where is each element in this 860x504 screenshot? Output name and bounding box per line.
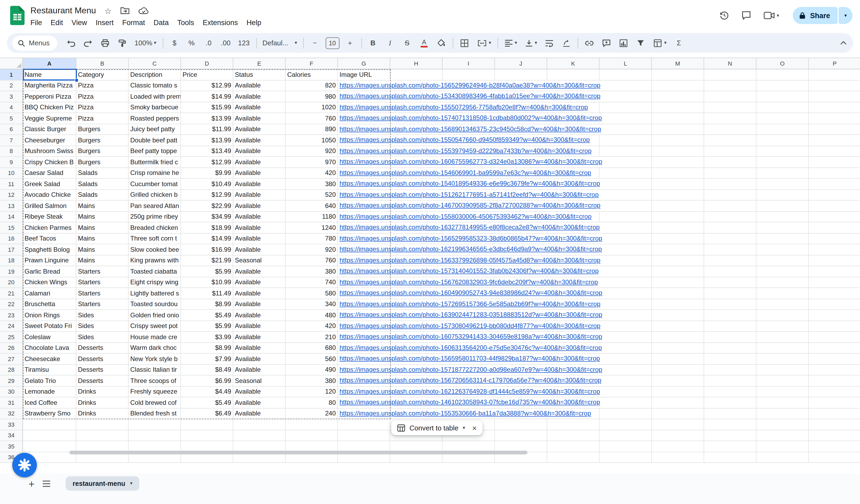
cell-K1[interactable] <box>547 69 600 80</box>
cell-M2[interactable] <box>652 80 704 91</box>
cell-E16[interactable]: Available <box>233 233 286 244</box>
cell-C20[interactable]: Eight crispy wing <box>129 277 181 288</box>
meet-video-icon[interactable]: ▾ <box>763 11 779 20</box>
cell-L5[interactable] <box>600 113 652 124</box>
cell-C24[interactable]: Crispy sweet pot <box>129 321 181 332</box>
cell-N8[interactable] <box>704 146 757 157</box>
row-header-32[interactable]: 32 <box>0 408 23 419</box>
cell-D12[interactable]: $12.99 <box>181 190 233 201</box>
cell-P7[interactable] <box>809 135 860 146</box>
cell-O24[interactable] <box>757 321 809 332</box>
row-header-18[interactable]: 18 <box>0 255 23 266</box>
cell-N1[interactable] <box>704 69 757 80</box>
sheet-tab-restaurant-menu[interactable]: restaurant-menu ▾ <box>66 476 139 491</box>
cell-M6[interactable] <box>652 124 704 135</box>
cell-D25[interactable]: $3.99 <box>181 332 233 343</box>
cell-B28[interactable]: Desserts <box>76 365 129 375</box>
cell-P32[interactable] <box>809 408 860 419</box>
star-icon[interactable]: ☆ <box>104 7 112 15</box>
cell-G21[interactable]: https://images.unsplash.com/photo-160490… <box>338 288 390 299</box>
cell-O30[interactable] <box>757 386 809 397</box>
cell-N15[interactable] <box>704 222 757 233</box>
cell-H1[interactable] <box>390 69 443 80</box>
number-format-button[interactable]: 123 <box>236 36 251 50</box>
cell-L25[interactable] <box>600 332 652 343</box>
cell-E2[interactable]: Available <box>233 80 286 91</box>
cell-G30[interactable]: https://images.unsplash.com/photo-162126… <box>338 386 390 397</box>
cell-P27[interactable] <box>809 354 860 365</box>
cell-M11[interactable] <box>652 179 704 190</box>
cell-D13[interactable]: $22.99 <box>181 201 233 211</box>
row-header-30[interactable]: 30 <box>0 386 23 397</box>
menu-extensions[interactable]: Extensions <box>198 18 242 28</box>
cell-M12[interactable] <box>652 190 704 201</box>
cell-F15[interactable]: 1240 <box>286 222 338 233</box>
row-header-12[interactable]: 12 <box>0 190 23 201</box>
cell-O9[interactable] <box>757 157 809 168</box>
cell-I1[interactable] <box>443 69 495 80</box>
cell-D18[interactable]: $21.99 <box>181 255 233 266</box>
cell-A31[interactable]: Iced Coffee <box>23 397 76 408</box>
cell-F5[interactable]: 760 <box>286 113 338 124</box>
paint-format-button[interactable] <box>116 36 129 50</box>
cell-N30[interactable] <box>704 386 757 397</box>
cell-M30[interactable] <box>652 386 704 397</box>
cell-M24[interactable] <box>652 321 704 332</box>
cell-E19[interactable]: Available <box>233 266 286 277</box>
cell-L17[interactable] <box>600 244 652 255</box>
cell-D8[interactable]: $13.49 <box>181 146 233 157</box>
cell-M7[interactable] <box>652 135 704 146</box>
cell-P1[interactable] <box>809 69 860 80</box>
cell-E11[interactable]: Available <box>233 179 286 190</box>
cell-O32[interactable] <box>757 408 809 419</box>
cell-B16[interactable]: Mains <box>76 233 129 244</box>
cell-D28[interactable]: $8.49 <box>181 365 233 375</box>
image-url-link[interactable]: https://images.unsplash.com/photo-156720… <box>340 376 603 386</box>
cell-D15[interactable]: $18.99 <box>181 222 233 233</box>
cell-G16[interactable]: https://images.unsplash.com/photo-156529… <box>338 233 390 244</box>
cell-E10[interactable]: Available <box>233 168 286 179</box>
cell-C11[interactable]: Cucumber tomat <box>129 179 181 190</box>
cell-M3[interactable] <box>652 91 704 102</box>
cell-P12[interactable] <box>809 190 860 201</box>
cell-G4[interactable]: https://images.unsplash.com/photo-155507… <box>338 102 390 113</box>
image-url-link[interactable]: https://images.unsplash.com/photo-160675… <box>340 157 604 167</box>
cell-C25[interactable]: House made cre <box>129 332 181 343</box>
row-header-29[interactable]: 29 <box>0 375 23 386</box>
cell-D24[interactable]: $5.99 <box>181 321 233 332</box>
cell-N5[interactable] <box>704 113 757 124</box>
cell-L7[interactable] <box>600 135 652 146</box>
cell-A2[interactable]: Margherita Pizza <box>23 80 76 91</box>
cell-E5[interactable]: Available <box>233 113 286 124</box>
sheets-logo-icon[interactable] <box>10 6 25 25</box>
cell-B23[interactable]: Sides <box>76 310 129 321</box>
image-url-link[interactable]: https://images.unsplash.com/photo-146700… <box>340 201 602 211</box>
cell-D5[interactable]: $13.99 <box>181 113 233 124</box>
row-header-24[interactable]: 24 <box>0 321 23 332</box>
cell-O1[interactable] <box>757 69 809 80</box>
cell-G18[interactable]: https://images.unsplash.com/photo-156337… <box>338 255 390 266</box>
cell-B19[interactable]: Starters <box>76 266 129 277</box>
cell-B18[interactable]: Mains <box>76 255 129 266</box>
cell-G8[interactable]: https://images.unsplash.com/photo-155397… <box>338 146 390 157</box>
cell-F13[interactable]: 640 <box>286 201 338 211</box>
cell-C9[interactable]: Buttermilk fried c <box>129 157 181 168</box>
cell-C34[interactable] <box>129 430 181 441</box>
move-folder-icon[interactable] <box>120 7 130 14</box>
cell-O34[interactable] <box>757 430 809 441</box>
cell-N26[interactable] <box>704 343 757 354</box>
cell-A9[interactable]: Crispy Chicken B <box>23 157 76 168</box>
image-url-link[interactable]: https://images.unsplash.com/photo-156890… <box>340 124 603 134</box>
cell-E22[interactable]: Available <box>233 299 286 310</box>
cell-D14[interactable]: $34.99 <box>181 211 233 222</box>
cell-A18[interactable]: Prawn Linguine <box>23 255 76 266</box>
cell-E18[interactable]: Seasonal <box>233 255 286 266</box>
cell-E12[interactable]: Available <box>233 190 286 201</box>
cell-D11[interactable]: $10.49 <box>181 179 233 190</box>
cell-N12[interactable] <box>704 190 757 201</box>
cell-D35[interactable] <box>181 441 233 452</box>
cell-B29[interactable]: Desserts <box>76 375 129 386</box>
cell-M13[interactable] <box>652 201 704 211</box>
cell-G22[interactable]: https://images.unsplash.com/photo-157269… <box>338 299 390 310</box>
cell-N16[interactable] <box>704 233 757 244</box>
